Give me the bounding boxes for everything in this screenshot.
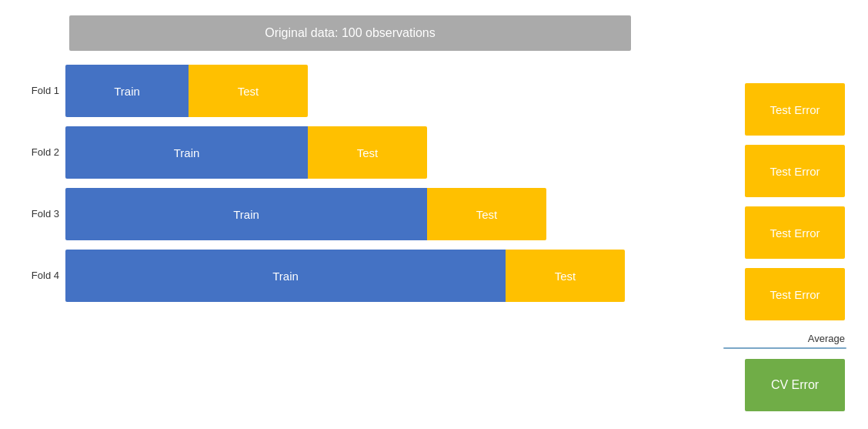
fold-2-bars: Train Test xyxy=(65,126,427,179)
fold-2-test-label: Test xyxy=(357,146,379,159)
original-data-label: Original data: 100 observations xyxy=(265,26,435,39)
test-error-label-3: Test Error xyxy=(770,226,820,240)
fold-2-test-bar: Test xyxy=(308,126,427,179)
fold-4-label: Fold 4 xyxy=(23,270,65,282)
original-data-row: Original data: 100 observations xyxy=(23,15,846,51)
fold-row-1: Fold 1 Train Test xyxy=(23,65,846,117)
fold-3-test-label: Test xyxy=(476,208,498,221)
cross-validation-diagram: Original data: 100 observations Fold 1 T… xyxy=(23,15,846,311)
fold-2-label: Fold 2 xyxy=(23,146,65,159)
fold-row-4: Fold 4 Train Test xyxy=(23,250,846,302)
fold-1-label: Fold 1 xyxy=(23,85,65,97)
fold-4-train-bar: Train xyxy=(65,250,506,302)
cv-error-box: CV Error xyxy=(745,359,845,411)
test-error-box-3: Test Error xyxy=(745,206,845,259)
fold-4-test-label: Test xyxy=(555,270,576,283)
fold-3-bars: Train Test xyxy=(65,188,546,240)
fold-4-test-bar: Test xyxy=(506,250,625,302)
fold-4-bars: Train Test xyxy=(65,250,625,302)
fold-row-3: Fold 3 Train Test xyxy=(23,188,846,240)
fold-4-train-label: Train xyxy=(272,270,299,283)
average-section: Average xyxy=(723,333,846,349)
test-error-label-2: Test Error xyxy=(770,165,820,178)
average-label: Average xyxy=(808,333,846,344)
right-column: Test Error Test Error Test Error Test Er… xyxy=(745,83,845,320)
average-line xyxy=(723,347,846,349)
test-error-box-2: Test Error xyxy=(745,145,845,197)
fold-1-train-label: Train xyxy=(114,85,140,98)
fold-1-train-bar: Train xyxy=(65,65,189,117)
fold-3-train-label: Train xyxy=(233,208,259,221)
fold-3-label: Fold 3 xyxy=(23,208,65,220)
test-error-box-4: Test Error xyxy=(745,268,845,320)
test-error-label-4: Test Error xyxy=(770,288,820,301)
fold-2-train-label: Train xyxy=(174,146,200,159)
test-error-label-1: Test Error xyxy=(770,103,820,116)
fold-2-train-bar: Train xyxy=(65,126,308,179)
fold-1-bars: Train Test xyxy=(65,65,308,117)
fold-row-2: Fold 2 Train Test xyxy=(23,126,846,179)
fold-1-test-label: Test xyxy=(238,85,259,98)
test-error-box-1: Test Error xyxy=(745,83,845,136)
fold-3-test-bar: Test xyxy=(427,188,546,240)
fold-1-test-bar: Test xyxy=(189,65,308,117)
fold-3-train-bar: Train xyxy=(65,188,427,240)
cv-error-label: CV Error xyxy=(771,378,819,392)
original-data-bar: Original data: 100 observations xyxy=(69,15,631,51)
